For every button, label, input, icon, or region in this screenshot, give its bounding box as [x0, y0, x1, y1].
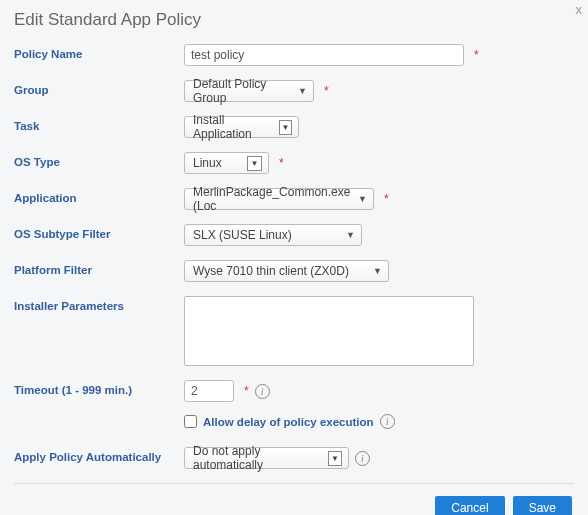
- save-button[interactable]: Save: [513, 496, 572, 515]
- os-subtype-select-value: SLX (SUSE Linux): [193, 228, 292, 242]
- edit-policy-dialog: x Edit Standard App Policy Policy Name *…: [0, 0, 588, 515]
- label-os-subtype: OS Subtype Filter: [14, 224, 184, 240]
- label-task: Task: [14, 116, 184, 132]
- required-marker: *: [384, 192, 389, 206]
- chevron-down-icon: ▼: [373, 266, 382, 276]
- label-allow-delay: Allow delay of policy execution: [203, 416, 374, 428]
- task-select-value: Install Application: [193, 113, 273, 141]
- label-apply-auto: Apply Policy Automatically: [14, 447, 184, 463]
- required-marker: *: [244, 384, 249, 398]
- cancel-button[interactable]: Cancel: [435, 496, 504, 515]
- label-timeout: Timeout (1 - 999 min.): [14, 380, 184, 396]
- info-icon[interactable]: i: [355, 451, 370, 466]
- chevron-down-icon: ▼: [279, 120, 292, 135]
- required-marker: *: [324, 84, 329, 98]
- os-type-select-value: Linux: [193, 156, 222, 170]
- dialog-title: Edit Standard App Policy: [14, 10, 574, 30]
- label-group: Group: [14, 80, 184, 96]
- os-subtype-select[interactable]: SLX (SUSE Linux) ▼: [184, 224, 362, 246]
- timeout-input[interactable]: [184, 380, 234, 402]
- required-marker: *: [279, 156, 284, 170]
- group-select-value: Default Policy Group: [193, 77, 292, 105]
- label-installer: Installer Parameters: [14, 296, 184, 312]
- chevron-down-icon: ▼: [298, 86, 307, 96]
- task-select[interactable]: Install Application ▼: [184, 116, 299, 138]
- required-marker: *: [474, 48, 479, 62]
- group-select[interactable]: Default Policy Group ▼: [184, 80, 314, 102]
- chevron-down-icon: ▼: [358, 194, 367, 204]
- info-icon[interactable]: i: [380, 414, 395, 429]
- platform-select-value: Wyse 7010 thin client (ZX0D): [193, 264, 349, 278]
- chevron-down-icon: ▼: [346, 230, 355, 240]
- apply-auto-select[interactable]: Do not apply automatically ▼: [184, 447, 349, 469]
- label-platform: Platform Filter: [14, 260, 184, 276]
- label-policy-name: Policy Name: [14, 44, 184, 60]
- os-type-select[interactable]: Linux ▼: [184, 152, 269, 174]
- installer-parameters-textarea[interactable]: [184, 296, 474, 366]
- close-icon[interactable]: x: [576, 2, 583, 17]
- application-select[interactable]: MerlinPackage_Common.exe (Loc ▼: [184, 188, 374, 210]
- chevron-down-icon: ▼: [328, 451, 342, 466]
- application-select-value: MerlinPackage_Common.exe (Loc: [193, 185, 352, 213]
- platform-select[interactable]: Wyse 7010 thin client (ZX0D) ▼: [184, 260, 389, 282]
- allow-delay-checkbox[interactable]: [184, 415, 197, 428]
- info-icon[interactable]: i: [255, 384, 270, 399]
- label-os-type: OS Type: [14, 152, 184, 168]
- chevron-down-icon: ▼: [247, 156, 262, 171]
- divider: [14, 483, 574, 484]
- dialog-footer: Cancel Save: [14, 496, 574, 515]
- apply-auto-select-value: Do not apply automatically: [193, 444, 322, 472]
- policy-name-input[interactable]: [184, 44, 464, 66]
- label-application: Application: [14, 188, 184, 204]
